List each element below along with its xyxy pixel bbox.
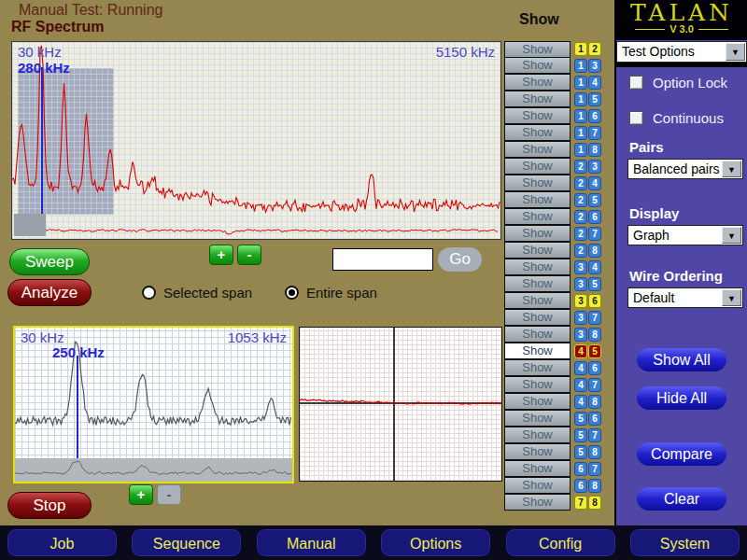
zoom-out-button-lower[interactable]: - xyxy=(157,484,181,505)
zoom-in-button[interactable]: + xyxy=(209,245,233,265)
pair-badge: 8 xyxy=(588,143,601,157)
hide-all-button[interactable]: Hide All xyxy=(637,386,726,410)
chevron-down-icon[interactable]: ▼ xyxy=(722,161,741,177)
zoom-cursor-line[interactable] xyxy=(77,356,78,458)
show-all-button[interactable]: Show All xyxy=(637,348,726,371)
show-button-5-7[interactable]: Show xyxy=(504,427,571,443)
show-button-1-7[interactable]: Show xyxy=(504,124,571,141)
nav-system[interactable]: System xyxy=(630,529,740,556)
pair-badge: 5 xyxy=(574,428,587,442)
show-button-1-8[interactable]: Show xyxy=(504,141,571,158)
main-spectrum-trace xyxy=(12,42,500,239)
show-button-2-6[interactable]: Show xyxy=(504,208,571,225)
clear-button[interactable]: Clear xyxy=(637,487,726,511)
pair-badge: 6 xyxy=(574,462,587,476)
sidebar: TALAN V 3.0 Test Options ▼ Option Lock C… xyxy=(614,0,747,525)
show-button-2-8[interactable]: Show xyxy=(504,242,571,259)
show-button-3-6[interactable]: Show xyxy=(504,292,571,309)
navbar: JobSequenceManualOptionsConfigSystem xyxy=(0,525,747,560)
analyze-button[interactable]: Analyze xyxy=(7,279,92,306)
show-button-6-7[interactable]: Show xyxy=(504,460,571,477)
pair-badge: 7 xyxy=(588,311,601,325)
show-row-5-7: Show57 xyxy=(504,427,616,444)
nav-manual[interactable]: Manual xyxy=(257,529,366,556)
show-button-3-7[interactable]: Show xyxy=(504,309,571,326)
show-button-4-6[interactable]: Show xyxy=(504,359,571,376)
show-button-6-8[interactable]: Show xyxy=(504,477,571,494)
show-button-5-6[interactable]: Show xyxy=(504,410,571,427)
test-options-select[interactable]: Test Options ▼ xyxy=(616,41,747,63)
checkbox-icon[interactable] xyxy=(629,76,643,90)
pairs-label: Pairs xyxy=(629,139,664,155)
main-cursor-line[interactable] xyxy=(41,67,43,215)
display-label: Display xyxy=(629,205,679,221)
show-button-1-3[interactable]: Show xyxy=(504,57,571,74)
show-button-4-7[interactable]: Show xyxy=(504,376,571,393)
checkbox-icon[interactable] xyxy=(629,111,643,125)
pairs-select[interactable]: Balanced pairs ▼ xyxy=(627,159,743,179)
show-button-3-5[interactable]: Show xyxy=(504,275,571,292)
zoom-spectrum-graph[interactable]: 30 kHz 250 kHz 1053 kHz xyxy=(13,326,294,483)
show-button-2-3[interactable]: Show xyxy=(504,158,571,175)
pair-badge: 5 xyxy=(574,412,587,426)
show-row-2-4: Show24 xyxy=(504,175,616,192)
show-button-7-8[interactable]: Show xyxy=(504,494,571,511)
chevron-down-icon[interactable]: ▼ xyxy=(722,289,741,306)
radio-selected-span[interactable]: Selected span xyxy=(142,285,252,301)
nav-sequence[interactable]: Sequence xyxy=(132,529,241,556)
show-button-3-4[interactable]: Show xyxy=(504,259,571,275)
show-button-2-4[interactable]: Show xyxy=(504,175,571,191)
zoom-in-button-lower[interactable]: + xyxy=(129,484,153,505)
show-row-6-7: Show67 xyxy=(504,461,616,478)
show-row-4-8: Show48 xyxy=(504,394,616,411)
wire-ordering-select[interactable]: Default ▼ xyxy=(627,287,743,308)
chevron-down-icon[interactable]: ▼ xyxy=(726,43,745,61)
pair-badge: 2 xyxy=(574,160,587,174)
pair-badge: 5 xyxy=(588,344,601,358)
frequency-input[interactable] xyxy=(332,248,433,271)
show-row-4-5: Show45 xyxy=(504,343,616,360)
pair-badge: 6 xyxy=(588,412,601,426)
page-title: RF Spectrum xyxy=(11,19,105,35)
pair-badge: 6 xyxy=(588,210,601,224)
radio-entire-span[interactable]: Entire span xyxy=(285,285,377,301)
option-lock-checkbox[interactable]: Option Lock xyxy=(629,75,727,91)
pair-badge: 7 xyxy=(588,378,601,392)
show-button-2-7[interactable]: Show xyxy=(504,225,571,242)
nav-config[interactable]: Config xyxy=(506,529,615,556)
show-button-1-5[interactable]: Show xyxy=(504,91,571,107)
show-button-5-8[interactable]: Show xyxy=(504,443,571,460)
zoom-out-button[interactable]: - xyxy=(237,245,261,265)
show-row-3-7: Show37 xyxy=(504,310,616,327)
sweep-button[interactable]: Sweep xyxy=(9,248,90,275)
show-row-7-8: Show78 xyxy=(504,495,616,511)
overview-window-box[interactable] xyxy=(14,214,46,236)
display-select[interactable]: Graph ▼ xyxy=(627,225,743,245)
show-row-1-6: Show16 xyxy=(504,108,616,125)
pair-badge: 4 xyxy=(574,395,587,409)
show-button-3-8[interactable]: Show xyxy=(504,326,571,343)
show-button-1-2[interactable]: Show xyxy=(504,41,571,58)
show-button-1-4[interactable]: Show xyxy=(504,74,571,91)
wire-ordering-value: Default xyxy=(633,290,674,305)
stop-button[interactable]: Stop xyxy=(7,492,92,519)
main-spectrum-graph[interactable]: 30 kHz 280 kHz 5150 kHz xyxy=(11,41,501,240)
compare-button[interactable]: Compare xyxy=(637,442,726,466)
pair-badge: 8 xyxy=(588,244,601,258)
show-button-2-5[interactable]: Show xyxy=(504,191,571,208)
show-button-4-5[interactable]: Show xyxy=(504,343,571,359)
crosshair-graph[interactable] xyxy=(299,327,502,482)
show-button-4-8[interactable]: Show xyxy=(504,393,571,410)
continuous-checkbox[interactable]: Continuous xyxy=(629,110,724,126)
radio-icon[interactable] xyxy=(142,286,156,300)
chevron-down-icon[interactable]: ▼ xyxy=(722,227,741,244)
pair-badge: 2 xyxy=(574,227,587,241)
nav-options[interactable]: Options xyxy=(381,529,490,556)
nav-job[interactable]: Job xyxy=(7,529,117,556)
show-row-3-5: Show35 xyxy=(504,276,616,293)
pair-badge: 2 xyxy=(588,42,601,56)
radio-icon[interactable] xyxy=(285,286,299,300)
show-button-1-6[interactable]: Show xyxy=(504,107,571,124)
test-options-value: Test Options xyxy=(622,44,695,59)
go-button[interactable]: Go xyxy=(438,247,482,272)
